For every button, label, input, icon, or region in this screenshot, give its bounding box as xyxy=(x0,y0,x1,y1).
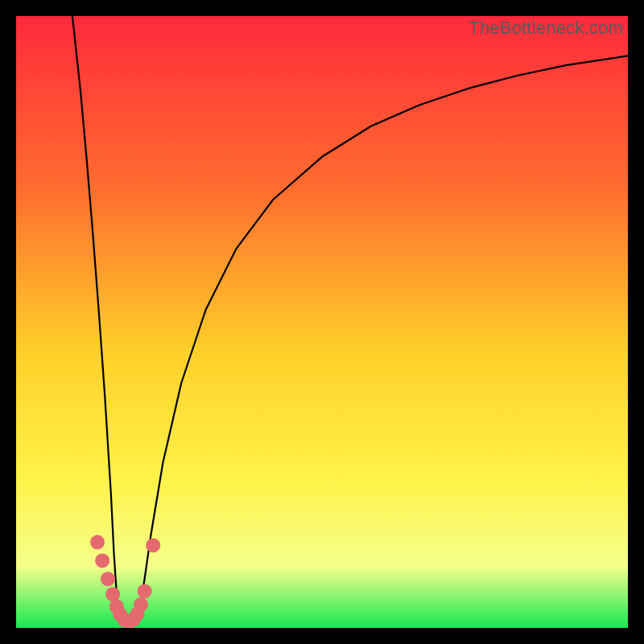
plot-area: TheBottleneck.com xyxy=(16,16,628,628)
marker-point xyxy=(90,535,105,550)
curve-layer xyxy=(16,16,628,628)
marker-point xyxy=(105,587,120,601)
marker-point xyxy=(138,584,152,598)
marker-point xyxy=(146,538,160,552)
marker-point xyxy=(101,572,115,586)
marker-group xyxy=(90,535,160,628)
attribution-watermark: TheBottleneck.com xyxy=(469,18,623,39)
marker-point xyxy=(134,597,148,612)
marker-point xyxy=(95,553,109,568)
bottleneck-curve xyxy=(72,16,628,623)
chart-frame: TheBottleneck.com xyxy=(0,0,644,644)
